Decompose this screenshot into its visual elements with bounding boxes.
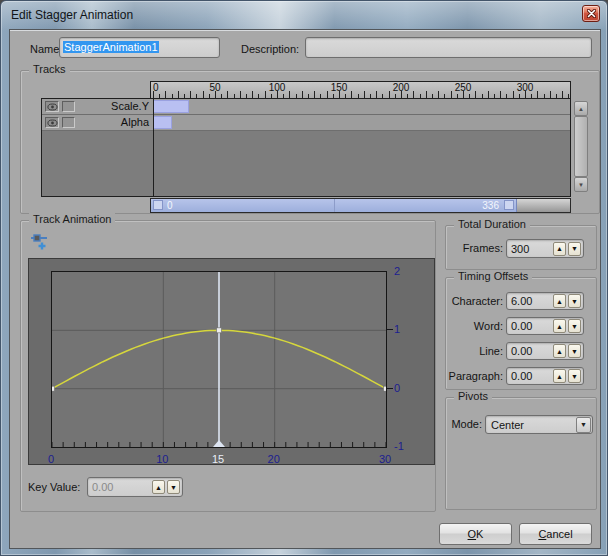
frames-spinner[interactable]: 300 ▲ ▼ — [506, 239, 584, 258]
spin-up-icon: ▲ — [556, 245, 563, 252]
spin-up-button[interactable]: ▲ — [553, 242, 566, 256]
ruler-tick-label: 200 — [393, 82, 410, 93]
ruler-tick-label: 0 — [153, 82, 159, 93]
spin-down-button[interactable]: ▼ — [568, 319, 581, 333]
cancel-button-label: Cancel — [520, 528, 591, 540]
paragraph-value: 0.00 — [507, 370, 553, 382]
mode-dropdown[interactable]: Center ▼ — [485, 415, 593, 434]
spin-up-icon: ▲ — [556, 323, 563, 330]
chevron-down-icon: ▼ — [580, 421, 587, 428]
spin-up-icon: ▲ — [155, 484, 162, 491]
track-bar-scale-y[interactable] — [152, 100, 189, 113]
spin-down-button[interactable]: ▼ — [167, 480, 180, 494]
ok-button-label: OK — [440, 528, 511, 540]
spin-down-icon: ▼ — [571, 323, 578, 330]
spin-up-icon: ▲ — [556, 298, 563, 305]
scrollbar-thumb[interactable] — [574, 116, 588, 177]
title-bar[interactable]: Edit Stagger Animation — [1, 1, 607, 29]
timeline-range-scrollbar[interactable]: 0 336 — [150, 198, 571, 213]
curve-y-tick — [387, 388, 393, 389]
mode-value: Center — [486, 419, 576, 431]
range-start-handle[interactable] — [153, 200, 163, 210]
close-button[interactable] — [582, 5, 600, 22]
word-value: 0.00 — [507, 320, 553, 332]
scroll-up-button[interactable]: ▲ — [574, 101, 588, 116]
tracks-vertical-scrollbar[interactable]: ▲ ▼ — [574, 101, 588, 192]
timeline-ruler[interactable]: 050100150200250300 — [151, 82, 570, 99]
tracks-group: Tracks 050100150200250300 — [20, 70, 600, 214]
close-icon — [587, 9, 596, 18]
curve-editor[interactable]: 010152030210-1 — [28, 258, 435, 465]
track-row-alpha[interactable]: Alpha — [42, 115, 153, 131]
eye-icon — [47, 119, 58, 127]
ruler-tick-label: 100 — [269, 82, 286, 93]
paragraph-spinner[interactable]: 0.00 ▲ ▼ — [506, 367, 584, 385]
range-end-value: 336 — [482, 199, 499, 212]
range-end-handle[interactable] — [504, 200, 514, 210]
paragraph-label: Paragraph: — [446, 370, 503, 382]
line-label: Line: — [446, 345, 503, 357]
spin-down-button[interactable]: ▼ — [568, 294, 581, 308]
add-keyframe-icon — [31, 233, 49, 251]
cancel-button[interactable]: Cancel — [519, 523, 592, 545]
spin-down-icon: ▼ — [571, 373, 578, 380]
line-spinner[interactable]: 0.00 ▲ ▼ — [506, 342, 584, 360]
spin-up-icon: ▲ — [556, 348, 563, 355]
scroll-down-button[interactable]: ▼ — [574, 177, 588, 192]
timeline-panel[interactable]: 050100150200250300 — [150, 81, 571, 197]
track-name: Alpha — [121, 116, 149, 128]
spin-up-button[interactable]: ▲ — [553, 294, 566, 308]
total-duration-group-label: Total Duration — [454, 218, 530, 230]
curve-x-tick-label: 10 — [156, 453, 168, 465]
curve-x-tick-label: 15 — [212, 453, 224, 465]
line-value: 0.00 — [507, 345, 553, 357]
description-label: Description: — [241, 43, 299, 55]
spin-up-button[interactable]: ▲ — [152, 480, 165, 494]
key-value-spinner[interactable]: 0.00 ▲ ▼ — [87, 477, 183, 497]
timeline-row-scale-y[interactable] — [151, 99, 570, 115]
character-label: Character: — [446, 295, 503, 307]
timing-offsets-group: Timing Offsets Character: 6.00 ▲ ▼ Word:… — [445, 277, 597, 390]
total-duration-group: Total Duration Frames: 300 ▲ ▼ — [445, 225, 597, 270]
track-bar-alpha[interactable] — [152, 116, 172, 129]
tracks-group-label: Tracks — [29, 63, 70, 75]
frames-value: 300 — [507, 243, 553, 255]
spin-down-button[interactable]: ▼ — [568, 369, 581, 383]
spin-down-icon: ▼ — [571, 298, 578, 305]
character-spinner[interactable]: 6.00 ▲ ▼ — [506, 292, 584, 310]
name-input-selected-text: StaggerAnimation1 — [63, 41, 159, 53]
visibility-toggle[interactable] — [45, 117, 59, 128]
spin-up-button[interactable]: ▲ — [553, 369, 566, 383]
dialog-body: Name: StaggerAnimation1 Description: Tra… — [9, 29, 601, 549]
eye-icon — [47, 103, 58, 111]
curve-y-tick — [387, 329, 393, 330]
range-bar[interactable]: 0 336 — [151, 199, 517, 212]
track-name: Scale.Y — [111, 100, 149, 112]
track-animation-group: Track Animation 010152030210-1 Key Value… — [20, 220, 436, 512]
track-row-scale-y[interactable]: Scale.Y — [42, 99, 153, 115]
timing-offsets-group-label: Timing Offsets — [454, 270, 532, 282]
spin-up-button[interactable]: ▲ — [553, 344, 566, 358]
ok-button[interactable]: OK — [439, 523, 512, 545]
spin-down-button[interactable]: ▼ — [568, 344, 581, 358]
spin-down-icon: ▼ — [170, 484, 177, 491]
animation-curve-plot[interactable] — [51, 271, 387, 448]
key-value: 0.00 — [88, 481, 152, 493]
spin-up-button[interactable]: ▲ — [553, 319, 566, 333]
spin-down-button[interactable]: ▼ — [568, 242, 581, 256]
pivots-group: Pivots Mode: Center ▼ — [445, 397, 597, 510]
visibility-toggle[interactable] — [45, 101, 59, 112]
word-spinner[interactable]: 0.00 ▲ ▼ — [506, 317, 584, 335]
character-value: 6.00 — [507, 295, 553, 307]
dropdown-button[interactable]: ▼ — [576, 417, 591, 433]
curve-y-tick-label: 2 — [394, 265, 400, 277]
add-keyframe-button[interactable] — [31, 233, 51, 251]
track-toggle[interactable] — [62, 101, 75, 112]
word-label: Word: — [446, 320, 503, 332]
timeline-row-alpha[interactable] — [151, 115, 570, 131]
description-input[interactable] — [305, 37, 592, 58]
key-value-label: Key Value: — [28, 481, 80, 493]
range-start-value: 0 — [167, 199, 173, 212]
track-toggle[interactable] — [62, 117, 75, 128]
name-input[interactable]: StaggerAnimation1 — [59, 37, 220, 58]
